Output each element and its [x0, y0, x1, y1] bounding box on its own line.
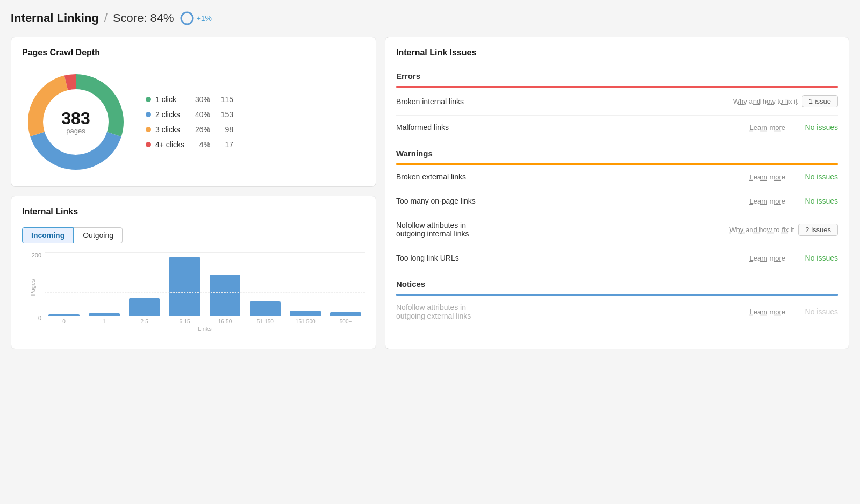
tab-outgoing[interactable]: Outgoing [74, 227, 123, 243]
section-notices: NoticesNofollow attributes in outgoing e… [396, 274, 838, 328]
crawl-depth-title: Pages Crawl Depth [22, 48, 365, 57]
issue-name: Too many on-page links [396, 197, 706, 205]
issue-row: Broken internal linksWhy and how to fix … [396, 88, 838, 116]
x-label: 6-15 [166, 319, 204, 325]
bar [166, 257, 204, 316]
issue-row: Nofollow attributes in outgoing internal… [396, 213, 838, 246]
x-label: 151-500 [286, 319, 325, 325]
bar-rect [89, 313, 120, 316]
legend-dot [146, 142, 151, 147]
issue-link[interactable]: Learn more [710, 308, 785, 316]
bar [246, 301, 284, 316]
issue-status: No issues [790, 307, 838, 316]
legend-count: 98 [214, 125, 233, 134]
internal-links-card: Internal Links Incoming Outgoing 200 0 [11, 196, 376, 349]
tab-group: Incoming Outgoing [22, 227, 365, 243]
issue-link[interactable]: Learn more [710, 124, 785, 132]
legend-count: 115 [214, 95, 233, 104]
issue-row: Too many on-page linksLearn moreNo issue… [396, 189, 838, 213]
score-delta: +1% [197, 14, 212, 23]
legend-item: 2 clicks 40% 153 [146, 110, 233, 119]
legend-count: 17 [214, 140, 233, 149]
x-label: 51-150 [246, 319, 284, 325]
score-badge: +1% [180, 11, 212, 26]
right-panel: Internal Link Issues ErrorsBroken intern… [385, 37, 849, 349]
issue-badge: 1 issue [802, 95, 838, 107]
issues-title: Internal Link Issues [396, 48, 838, 57]
legend-item: 3 clicks 26% 98 [146, 125, 233, 134]
bar [326, 312, 365, 316]
page-header: Internal Linking / Score: 84% +1% [11, 11, 849, 26]
legend-pct: 26% [189, 125, 210, 134]
bar-chart: 200 0 Pages 012-56-1516-5051-150151-5005… [22, 252, 365, 338]
issue-link[interactable]: Learn more [710, 254, 785, 262]
section-errors: ErrorsBroken internal linksWhy and how t… [396, 66, 838, 139]
y-max: 200 [32, 252, 41, 258]
legend-dot [146, 127, 151, 132]
issue-status: No issues [790, 254, 838, 262]
issue-status: No issues [790, 123, 838, 132]
issue-link[interactable]: Learn more [710, 173, 785, 181]
internal-links-title: Internal Links [22, 207, 365, 217]
gridline-top [45, 252, 365, 253]
section-header-row: Notices [396, 274, 838, 294]
legend-pct: 4% [189, 140, 210, 149]
bar [85, 313, 124, 316]
issue-status: No issues [790, 197, 838, 205]
main-layout: Pages Crawl Depth [11, 37, 849, 349]
bar [45, 314, 83, 316]
x-label: 0 [45, 319, 83, 325]
legend-dot [146, 97, 151, 102]
donut-legend: 1 click 30% 115 2 clicks 40% 153 3 click… [146, 95, 233, 149]
score-text: Score: 84% [113, 11, 174, 25]
section-header: Notices [396, 279, 425, 292]
donut-total: 383 [61, 110, 90, 127]
issue-link[interactable]: Why and how to fix it [722, 97, 798, 105]
x-label: 16-50 [206, 319, 245, 325]
issue-name: Nofollow attributes in outgoing internal… [396, 221, 714, 238]
issue-row: Nofollow attributes in outgoing external… [396, 296, 838, 328]
issue-row: Too long link URLsLearn moreNo issues [396, 246, 838, 270]
section-warnings: WarningsBroken external linksLearn moreN… [396, 143, 838, 270]
donut-label: pages [61, 127, 90, 135]
legend-label: 1 click [155, 95, 184, 104]
bar-rect [210, 275, 241, 316]
x-label: 2-5 [125, 319, 164, 325]
issue-row: Malformed linksLearn moreNo issues [396, 116, 838, 139]
bar-rect [169, 257, 200, 316]
legend-count: 153 [214, 110, 233, 119]
issue-name: Malformed links [396, 123, 706, 132]
issue-link[interactable]: Learn more [710, 197, 785, 205]
issues-container: ErrorsBroken internal linksWhy and how t… [396, 66, 838, 328]
y-zero: 0 [38, 315, 41, 321]
crawl-depth-card: Pages Crawl Depth [11, 37, 376, 187]
issue-status: No issues [790, 172, 838, 181]
legend-label: 3 clicks [155, 125, 184, 134]
y-axis-label: Pages [30, 279, 36, 296]
section-header: Warnings [396, 149, 433, 161]
divider: / [104, 11, 108, 25]
page-title: Internal Linking [11, 11, 99, 25]
bar-rect [330, 312, 361, 316]
issue-row: Broken external linksLearn moreNo issues [396, 165, 838, 189]
bar [125, 298, 164, 316]
x-label: 500+ [326, 319, 365, 325]
donut-center: 383 pages [61, 110, 90, 135]
legend-pct: 40% [189, 110, 210, 119]
legend-label: 2 clicks [155, 110, 184, 119]
bar [206, 275, 245, 316]
issue-name: Broken internal links [396, 97, 718, 106]
bar-rect [48, 314, 80, 316]
x-labels-row: 012-56-1516-5051-150151-500500+ [45, 319, 365, 325]
svg-point-0 [181, 12, 193, 24]
legend-dot [146, 112, 151, 117]
legend-item: 1 click 30% 115 [146, 95, 233, 104]
section-header-row: Errors [396, 66, 838, 86]
issue-link[interactable]: Why and how to fix it [719, 226, 794, 234]
bar-rect [290, 311, 321, 316]
issue-badge: 2 issues [798, 224, 838, 236]
legend-label: 4+ clicks [155, 140, 184, 149]
issue-name: Too long link URLs [396, 254, 706, 262]
tab-incoming[interactable]: Incoming [22, 227, 74, 243]
left-column: Pages Crawl Depth [11, 37, 376, 349]
